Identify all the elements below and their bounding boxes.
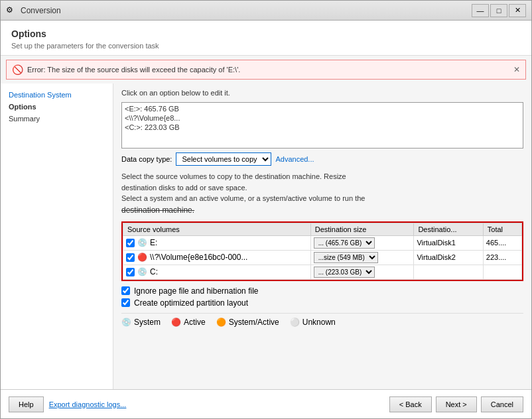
content-area: Destination System Options Summary Click… xyxy=(1,84,531,389)
maximize-button[interactable]: □ xyxy=(490,4,507,17)
table-cell-total-1: 465.... xyxy=(483,235,521,250)
legend-unknown-label: Unknown xyxy=(302,318,336,327)
table-cell-source-1: 💿 E: xyxy=(123,235,311,250)
disk-icon-2: 🔴 xyxy=(137,253,147,262)
dest-size-select-3[interactable]: ... (223.03 GB) xyxy=(314,267,375,278)
sysactive-icon: 🟠 xyxy=(216,318,226,327)
col-dest-size: Destination size xyxy=(310,223,414,235)
table-cell-total-2: 223.... xyxy=(483,250,521,265)
minimize-button[interactable]: — xyxy=(472,4,489,17)
dest-size-select-1[interactable]: ... (465.76 GB) xyxy=(314,237,375,249)
table-cell-source-3: 💿 C: xyxy=(123,265,311,279)
legend-system-label: System xyxy=(134,318,161,327)
row-checkbox-3[interactable] xyxy=(126,268,135,276)
table-cell-dest-2: ...size (549 MB) xyxy=(310,250,414,265)
ignore-pagefile-label: Ignore page file and hibernation file xyxy=(134,286,258,296)
col-dest-disk: Destinatio... xyxy=(414,223,483,235)
source-line-2: <\\?\Volume{e8... xyxy=(123,113,521,123)
footer-right: < Back Next > Cancel xyxy=(389,396,523,412)
row-checkbox-1[interactable] xyxy=(126,239,135,247)
next-button[interactable]: Next > xyxy=(436,396,477,412)
main-content: Click on an option below to edit it. <E:… xyxy=(113,84,531,389)
footer-left: Help Export diagnostic logs... xyxy=(9,396,126,412)
sidebar-item-summary[interactable]: Summary xyxy=(1,113,113,125)
legend-system: 💿 System xyxy=(121,318,161,327)
row-checkbox-2[interactable] xyxy=(126,253,135,262)
source-volumes-box[interactable]: <E:>: 465.76 GB <\\?\Volume{e8... <C:>: … xyxy=(121,102,523,149)
table-cell-disk-2: VirtualDisk2 xyxy=(414,250,483,265)
active-icon: 🔴 xyxy=(171,318,181,327)
checkbox-row-2: Create optimized partition layout xyxy=(121,298,523,308)
legend: 💿 System 🔴 Active 🟠 System/Active ⚪ Unkn… xyxy=(121,313,523,331)
sidebar-item-options[interactable]: Options xyxy=(1,101,113,113)
source-line-3: <C:>: 223.03 GB xyxy=(123,123,521,132)
ignore-pagefile-checkbox[interactable] xyxy=(121,286,130,295)
datacopy-select[interactable]: Select volumes to copy Copy all volumes xyxy=(176,152,271,166)
table-cell-dest-3: ... (223.03 GB) xyxy=(310,265,414,279)
dest-size-select-2[interactable]: ...size (549 MB) xyxy=(314,252,378,263)
error-text: Error: The size of the source disks will… xyxy=(27,66,513,74)
system-icon: 💿 xyxy=(121,318,131,327)
checkbox-options: Ignore page file and hibernation file Cr… xyxy=(121,286,523,308)
col-total: Total xyxy=(483,223,521,235)
table-row: 💿 C: ... (223.03 GB) xyxy=(123,265,522,279)
source-label-3: C: xyxy=(150,267,158,276)
table-cell-total-3 xyxy=(483,265,521,279)
export-logs-button[interactable]: Export diagnostic logs... xyxy=(49,400,127,408)
description-text: Select the source volumes to copy to the… xyxy=(121,171,523,216)
volumes-table: Source volumes Destination size Destinat… xyxy=(123,223,522,280)
datacopy-label: Data copy type: xyxy=(121,155,172,163)
legend-active-label: Active xyxy=(184,318,206,327)
app-icon: ⚙ xyxy=(6,5,17,16)
optimized-layout-checkbox[interactable] xyxy=(121,298,130,307)
disk-icon-3: 💿 xyxy=(137,267,147,276)
optimized-layout-label: Create optimized partition layout xyxy=(134,298,248,308)
source-label-1: E: xyxy=(150,238,157,247)
legend-sysactive: 🟠 System/Active xyxy=(216,318,279,327)
error-close-button[interactable]: ✕ xyxy=(513,65,520,74)
source-line-1: <E:>: 465.76 GB xyxy=(123,104,521,113)
sidebar-item-destination[interactable]: Destination System xyxy=(1,89,113,101)
table-cell-disk-3 xyxy=(414,265,483,279)
main-window: ⚙ Conversion — □ ✕ Options Set up the pa… xyxy=(0,0,532,419)
titlebar: ⚙ Conversion — □ ✕ xyxy=(1,1,531,21)
cancel-button[interactable]: Cancel xyxy=(481,396,523,412)
legend-unknown: ⚪ Unknown xyxy=(290,318,336,327)
close-button[interactable]: ✕ xyxy=(509,4,526,17)
table-cell-disk-1: VirtualDisk1 xyxy=(414,235,483,250)
error-bar: 🚫 Error: The size of the source disks wi… xyxy=(6,60,526,80)
window-title: Conversion xyxy=(21,6,472,15)
unknown-icon: ⚪ xyxy=(290,318,300,327)
error-icon: 🚫 xyxy=(12,64,23,75)
titlebar-buttons: — □ ✕ xyxy=(472,4,526,17)
legend-sysactive-label: System/Active xyxy=(229,318,279,327)
datacopy-row: Data copy type: Select volumes to copy C… xyxy=(121,152,523,166)
main-intro-text: Click on an option below to edit it. xyxy=(121,89,523,97)
page-header: Options Set up the parameters for the co… xyxy=(1,21,531,56)
col-source: Source volumes xyxy=(123,223,311,235)
table-row: 🔴 \\?\Volume{e8e16bc0-000... ...size (54… xyxy=(123,250,522,265)
back-button[interactable]: < Back xyxy=(389,396,432,412)
disk-icon-1: 💿 xyxy=(137,238,147,247)
advanced-link[interactable]: Advanced... xyxy=(275,155,314,163)
page-subtitle: Set up the parameters for the conversion… xyxy=(11,42,521,50)
volumes-table-container: Source volumes Destination size Destinat… xyxy=(121,221,523,281)
table-cell-dest-1: ... (465.76 GB) xyxy=(310,235,414,250)
source-label-2: \\?\Volume{e8e16bc0-000... xyxy=(150,253,247,262)
checkbox-row-1: Ignore page file and hibernation file xyxy=(121,286,523,296)
page-title: Options xyxy=(11,29,521,39)
help-button[interactable]: Help xyxy=(9,396,44,412)
legend-active: 🔴 Active xyxy=(171,318,206,327)
table-cell-source-2: 🔴 \\?\Volume{e8e16bc0-000... xyxy=(123,250,311,265)
table-row: 💿 E: ... (465.76 GB) VirtualDisk1 465.. xyxy=(123,235,522,250)
sidebar: Destination System Options Summary xyxy=(1,84,113,389)
footer: Help Export diagnostic logs... < Back Ne… xyxy=(1,389,531,418)
